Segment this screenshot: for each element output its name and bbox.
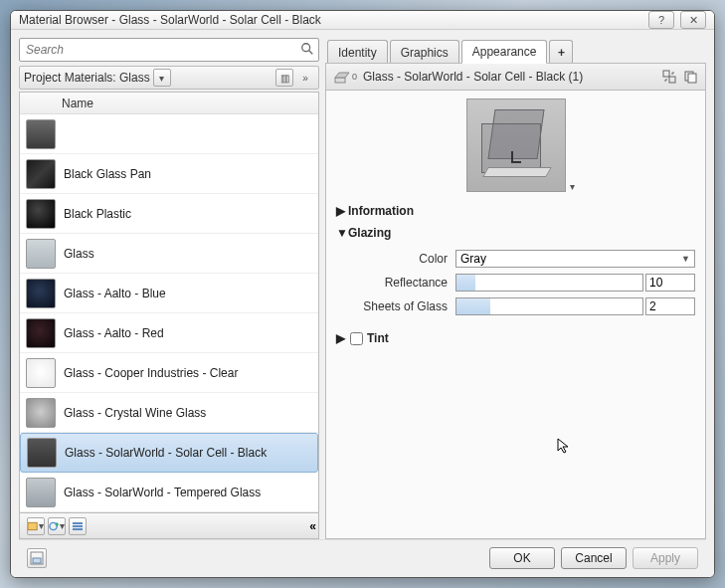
material-name: Glass <box>64 247 94 261</box>
apply-button[interactable]: Apply <box>633 547 698 569</box>
svg-rect-8 <box>73 528 83 530</box>
svg-rect-2 <box>28 522 37 529</box>
chevron-right-icon: ▶ <box>336 331 348 345</box>
chevron-down-icon: ▼ <box>681 254 690 264</box>
duplicate-asset-button[interactable] <box>681 68 699 86</box>
sheets-input[interactable] <box>645 297 695 315</box>
expand-panel-button[interactable]: » <box>296 69 314 87</box>
cancel-button[interactable]: Cancel <box>561 547 627 569</box>
svg-rect-7 <box>73 525 83 527</box>
filter-dropdown-button[interactable]: ▾ <box>153 69 171 87</box>
material-row[interactable]: Glass - Cooper Industries - Clear <box>20 353 318 393</box>
svg-rect-6 <box>73 522 83 524</box>
search-box[interactable] <box>19 38 319 62</box>
material-row[interactable]: Glass <box>20 234 318 274</box>
reflectance-slider[interactable] <box>455 274 643 292</box>
asset-type-icon <box>332 67 352 87</box>
material-swatch <box>26 478 56 507</box>
material-name: Glass - Crystal Wine Glass <box>64 406 206 420</box>
svg-line-1 <box>309 50 313 54</box>
content-area: Project Materials: Glass ▾ ▥ » Name Blac… <box>11 30 714 578</box>
list-header-name[interactable]: Name <box>20 93 318 114</box>
tab-appearance[interactable]: Appearance <box>461 40 548 64</box>
properties-area: ▾ ▶ Information ▼ Glazing Color <box>325 91 706 539</box>
material-row[interactable]: Black Glass Pan <box>20 154 318 194</box>
material-swatch <box>26 159 56 189</box>
material-name: Black Glass Pan <box>64 167 151 181</box>
material-name: Glass - Cooper Industries - Clear <box>64 366 238 380</box>
svg-point-3 <box>50 522 57 529</box>
material-swatch <box>26 279 56 308</box>
tab-identity[interactable]: Identity <box>327 40 388 64</box>
main-row: Project Materials: Glass ▾ ▥ » Name Blac… <box>19 38 706 539</box>
library-button[interactable]: ▾ <box>27 517 45 535</box>
preview-toggle-button[interactable] <box>27 548 47 568</box>
svg-rect-14 <box>688 74 696 83</box>
material-browser-window: Material Browser - Glass - SolarWorld - … <box>10 10 715 578</box>
material-row[interactable] <box>20 114 318 154</box>
svg-marker-10 <box>335 73 349 78</box>
material-swatch <box>26 358 56 388</box>
color-dropdown[interactable]: Gray ▼ <box>455 250 695 268</box>
material-row[interactable]: Glass - SolarWorld - Tempered Glass <box>20 473 318 512</box>
list-body[interactable]: Black Glass PanBlack PlasticGlassGlass -… <box>20 114 318 512</box>
asset-name: Glass - SolarWorld - Solar Cell - Black … <box>357 70 657 84</box>
view-mode-button[interactable]: ▥ <box>275 69 293 87</box>
svg-rect-12 <box>669 77 675 83</box>
glazing-body: Color Gray ▼ Reflectance <box>336 244 695 327</box>
sheets-label: Sheets of Glass <box>336 299 455 313</box>
tab-bar: Identity Graphics Appearance + <box>325 38 706 64</box>
dialog-bottom: OK Cancel Apply <box>19 539 706 575</box>
material-name: Black Plastic <box>64 207 131 221</box>
material-swatch <box>27 438 57 468</box>
color-value: Gray <box>460 252 486 266</box>
material-swatch <box>26 239 56 269</box>
titlebar: Material Browser - Glass - SolarWorld - … <box>11 11 714 30</box>
sheets-slider[interactable] <box>455 297 643 315</box>
section-tint[interactable]: ▶ Tint <box>336 327 695 349</box>
reflectance-label: Reflectance <box>336 276 455 290</box>
svg-rect-9 <box>335 78 345 83</box>
material-name: Glass - SolarWorld - Solar Cell - Black <box>65 446 267 460</box>
material-swatch <box>26 318 56 348</box>
close-button[interactable]: ✕ <box>680 11 706 29</box>
tab-add[interactable]: + <box>549 40 573 64</box>
section-information[interactable]: ▶ Information <box>336 200 695 222</box>
material-row[interactable]: Glass - Aalto - Blue <box>20 274 318 313</box>
help-button[interactable]: ? <box>648 11 674 29</box>
material-name: Glass - SolarWorld - Tempered Glass <box>64 486 261 499</box>
reflectance-input[interactable] <box>645 274 695 292</box>
search-icon[interactable] <box>300 42 314 59</box>
preview-dropdown-icon[interactable]: ▾ <box>570 181 575 192</box>
filter-bar: Project Materials: Glass ▾ ▥ » <box>19 66 319 90</box>
material-row[interactable]: Black Plastic <box>20 194 318 234</box>
section-information-label: Information <box>348 204 414 218</box>
search-input[interactable] <box>24 42 300 58</box>
material-name: Glass - Aalto - Blue <box>64 287 166 300</box>
material-row[interactable]: Glass - Crystal Wine Glass <box>20 393 318 433</box>
filter-label: Project Materials: Glass <box>24 71 150 85</box>
material-name: Glass - Aalto - Red <box>64 326 164 340</box>
section-glazing-label: Glazing <box>348 226 391 240</box>
tab-graphics[interactable]: Graphics <box>390 40 459 64</box>
left-bottom-toolbar: ▾ ▾ « <box>19 513 319 539</box>
ok-button[interactable]: OK <box>489 547 555 569</box>
list-options-button[interactable] <box>69 517 87 535</box>
new-material-button[interactable]: ▾ <box>48 517 66 535</box>
material-row[interactable]: Glass - SolarWorld - Solar Cell - Black <box>20 433 318 473</box>
collapse-panel-button[interactable]: « <box>309 519 314 533</box>
right-panel: Identity Graphics Appearance + 0 Glass -… <box>325 38 706 539</box>
section-tint-label: Tint <box>367 331 389 345</box>
window-title: Material Browser - Glass - SolarWorld - … <box>19 13 642 27</box>
preview-wrap: ▾ <box>336 98 695 192</box>
cursor-icon <box>557 438 573 454</box>
asset-header: 0 Glass - SolarWorld - Solar Cell - Blac… <box>325 63 706 91</box>
material-swatch <box>26 119 56 149</box>
section-glazing[interactable]: ▼ Glazing <box>336 222 695 244</box>
material-row[interactable]: Glass - Aalto - Red <box>20 313 318 353</box>
replace-asset-button[interactable] <box>660 68 678 86</box>
chevron-right-icon: ▶ <box>336 204 348 218</box>
tint-checkbox[interactable] <box>350 332 363 345</box>
material-preview[interactable] <box>466 98 566 192</box>
svg-rect-16 <box>33 558 41 563</box>
